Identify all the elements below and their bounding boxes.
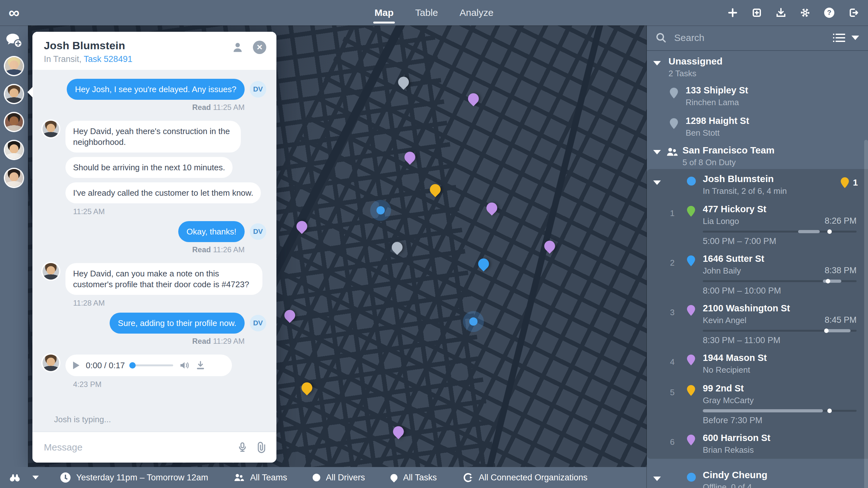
message-sent: Sure, adding to their profile now. DV [42,313,266,334]
section-team[interactable]: San Francisco Team 5 of 8 On Duty [647,141,868,169]
task-row[interactable]: 2 1646 Sutter St John Baily 8:38 PM 8:00… [647,249,868,299]
message-input[interactable] [42,441,228,453]
task-row[interactable]: 6 600 Harrison St Brian Rekasis [647,428,868,459]
search-icon [656,32,666,43]
settings-gear-icon[interactable] [799,7,811,19]
tasks-filter[interactable]: All Tasks [391,473,437,483]
dispatcher-avatar: DV [250,315,266,331]
time-range-filter[interactable]: Yesterday 11pm – Tomorrow 12am [60,472,208,483]
purple-pin-icon [687,355,695,365]
tab-analyze[interactable]: Analyze [459,0,493,25]
dispatcher-avatar: DV [250,81,266,97]
task-row[interactable]: 3 2100 Washington St Kevin Angel 8:45 PM… [647,299,868,348]
chat-driver-status: In Transit, Task 528491 [44,54,265,64]
volume-icon[interactable] [180,361,190,370]
search-input[interactable] [673,32,827,44]
map-driver-location-dot[interactable] [376,206,385,214]
audio-duration: 0:00 / 0:17 [86,361,125,370]
driver-avatar [42,121,59,137]
message-received-group: Hey David, yeah there's construction in … [42,121,266,203]
onfleet-logo-icon[interactable]: ∞ [0,0,28,25]
add-task-icon[interactable] [727,7,738,19]
organizations-filter[interactable]: All Connected Organizations [462,472,587,483]
help-icon[interactable]: ? [824,7,835,19]
message-compose-row [32,431,276,463]
time-window-slider [703,410,857,412]
logout-icon[interactable] [848,7,859,19]
drivers-filter[interactable]: All Drivers [313,473,365,483]
map-driver-location-dot[interactable] [469,317,477,326]
collapse-icon[interactable] [653,61,661,65]
time-window-slider [703,280,857,282]
sort-dropdown-icon[interactable] [851,36,859,40]
clock-icon [60,472,70,483]
tab-table[interactable]: Table [415,0,438,25]
task-row[interactable]: 4 1944 Mason St No Recipient [647,348,868,379]
time-window-slider [703,330,857,332]
message-bubble: Okay, thanks! [178,221,245,242]
read-receipt: Read 11:25 AM [42,103,266,112]
unassigned-task-row[interactable]: 1298 Haight St Ben Stott [647,111,868,141]
conversation-avatar[interactable] [5,113,23,131]
yellow-pin-icon [841,177,849,188]
chat-panel-pointer [27,86,33,98]
time-window-slider [703,231,857,233]
pending-task-badge: 1 [841,177,858,188]
list-view-icon[interactable] [833,33,845,42]
message-time: 11:28 AM [42,299,266,308]
sidebar-scrollbar[interactable] [864,140,868,488]
tab-map[interactable]: Map [375,0,394,25]
teams-filter[interactable]: All Teams [234,473,287,483]
close-icon[interactable]: ✕ [253,41,266,54]
task-pin-icon [389,472,399,482]
message-bubble: Sure, adding to their profile now. [110,313,245,334]
collapse-icon[interactable] [653,477,661,481]
task-row[interactable]: 1 477 Hickory St Lia Longo 8:26 PM 5:00 … [647,200,868,249]
message-bubble: Hey Josh, I see you're delayed. Any issu… [67,79,245,100]
driver-avatar [42,355,59,371]
message-sent: Okay, thanks! DV [42,221,266,242]
message-list: Hey Josh, I see you're delayed. Any issu… [32,70,276,431]
audio-seek-slider[interactable] [131,364,173,366]
collapse-icon[interactable] [653,150,661,154]
message-bubble: Hey David, yeah there's construction in … [65,121,241,152]
driver-row-josh[interactable]: Josh Blumstein In Transit, 2 of 6, 4 min… [647,169,868,200]
profile-icon[interactable] [231,41,244,54]
dispatcher-avatar: DV [250,223,266,240]
read-receipt: Read 11:26 AM [42,245,266,254]
download-icon[interactable] [196,361,205,370]
driver-dot-icon [313,474,320,481]
connected-orgs-icon [462,472,473,483]
conversation-avatar[interactable] [5,141,23,159]
driver-row-cindy[interactable]: Cindy Cheung Offline, 0 of 4 [647,465,868,488]
purple-pin-icon [687,435,695,446]
read-receipt: Read 11:29 AM [42,337,266,346]
conversation-avatar[interactable] [5,57,23,75]
import-tasks-icon[interactable] [751,7,763,19]
top-bar: ∞ Map Table Analyze ? [0,0,868,25]
conversation-avatar[interactable] [5,169,23,187]
driver-status-dot [687,473,696,482]
chat-header: Josh Blumstein In Transit, Task 528491 ✕ [32,32,276,70]
driver-avatar [42,263,59,280]
task-row[interactable]: 5 99 2nd St Gray McCarty Before 7:30 PM [647,379,868,428]
app-window: ∞ Map Table Analyze ? [0,0,868,488]
message-bubble: I've already called the customer to let … [65,182,261,203]
message-received-group: Hey David, can you make a note on this c… [42,263,266,295]
task-link[interactable]: Task 528491 [84,54,132,64]
play-icon[interactable] [73,362,80,369]
sidebar-search-row [647,25,868,51]
conversation-avatar-active[interactable] [5,85,23,103]
section-unassigned[interactable]: Unassigned 2 Tasks [647,52,868,80]
microphone-icon[interactable] [237,441,248,453]
green-pin-icon [687,206,695,217]
conversation-rail [0,25,28,467]
map-layers-control[interactable] [9,472,39,483]
driver-block-selected: Josh Blumstein In Transit, 2 of 6, 4 min… [647,169,868,459]
attachment-icon[interactable] [257,441,266,453]
new-chat-icon[interactable] [6,33,22,47]
collapse-icon[interactable] [653,180,661,185]
export-download-icon[interactable] [775,7,787,19]
message-sent: Hey Josh, I see you're delayed. Any issu… [42,79,266,100]
unassigned-task-row[interactable]: 133 Shipley St Rinchen Lama [647,80,868,111]
